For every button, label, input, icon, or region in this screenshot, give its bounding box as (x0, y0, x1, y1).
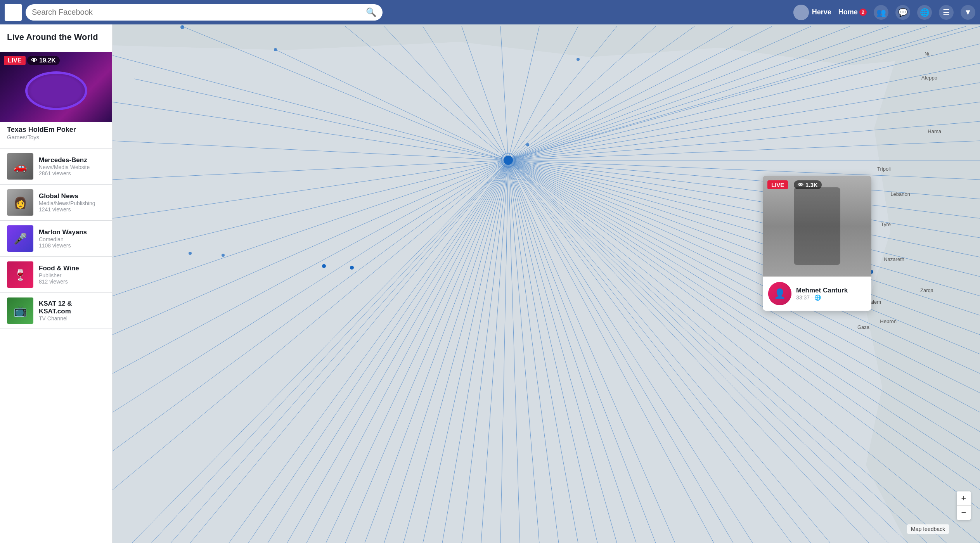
search-icon: 🔍 (366, 7, 376, 17)
home-label: Home (838, 8, 858, 16)
eye-icon: 👁 (31, 57, 37, 64)
dropdown-icon[interactable]: ▼ (961, 5, 975, 20)
popup-viewer-count: 👁 1.3K (794, 180, 822, 189)
list-item-viewers: 2861 viewers (39, 170, 105, 176)
facebook-logo (5, 4, 22, 21)
viewer-count-value: 19.2K (39, 57, 56, 64)
messages-icon[interactable]: 💬 (895, 5, 910, 20)
popup-video-bg (763, 176, 871, 277)
list-thumb: 👩 (7, 189, 33, 216)
featured-info: Texas HoldEm Poker Games/Toys (0, 122, 112, 144)
popup-username: Mehmet Canturk (796, 287, 866, 294)
popup-time-globe: 33:37 · 🌐 (796, 294, 866, 301)
avatar (793, 5, 809, 20)
zoom-in-button[interactable]: + (957, 491, 971, 505)
list-info: KSAT 12 & KSAT.com TV Channel (39, 300, 105, 322)
search-input[interactable] (32, 8, 363, 17)
list-item-viewers: 1108 viewers (39, 242, 105, 249)
sidebar-live-list: 🚗 Mercedes-Benz News/Media Website 2861 … (0, 149, 112, 329)
popup-viewer-value: 1.3K (805, 182, 818, 188)
list-item-name: Mercedes-Benz (39, 156, 105, 164)
zoom-controls: + − (957, 491, 971, 520)
featured-category: Games/Toys (7, 134, 105, 140)
viewer-count-badge: 👁 19.2K (27, 56, 60, 65)
popup-globe-icon: 🌐 (814, 294, 821, 301)
list-item[interactable]: 👩 Global News Media/News/Publishing 1241… (0, 185, 112, 221)
list-item[interactable]: 📺 KSAT 12 & KSAT.com TV Channel (0, 293, 112, 329)
popup-globe-sep: · (811, 294, 814, 301)
list-item-category: Media/News/Publishing (39, 200, 105, 206)
list-item-category: Comedian (39, 236, 105, 242)
list-thumb: 🚗 (7, 153, 33, 180)
popup-live-badge: LIVE (767, 180, 788, 189)
sidebar-title: Live Around the World (0, 24, 112, 48)
list-thumb: 🍷 (7, 261, 33, 288)
notifications-icon[interactable]: 🌐 (917, 5, 932, 20)
list-item[interactable]: 🚗 Mercedes-Benz News/Media Website 2861 … (0, 149, 112, 185)
search-bar[interactable]: 🔍 (26, 4, 383, 21)
top-navigation: 🔍 Herve Home 2 👥 💬 🌐 ☰ ▼ (0, 0, 980, 24)
featured-thumb[interactable]: LIVE 👁 19.2K (0, 52, 112, 122)
list-item-category: TV Channel (39, 315, 105, 322)
popup-avatar: 👤 (768, 282, 791, 305)
nav-right-section: Herve Home 2 👥 💬 🌐 ☰ ▼ (386, 5, 975, 20)
account-menu-icon[interactable]: ☰ (939, 5, 954, 20)
map-area: Ni... Afeppo Hama Tripoli Lebanon Tyre N… (113, 24, 980, 543)
list-item[interactable]: 🎤 Marlon Wayans Comedian 1108 viewers (0, 221, 112, 257)
list-item-category: News/Media Website (39, 164, 105, 170)
list-item[interactable]: 🍷 Food & Wine Publisher 812 viewers (0, 257, 112, 293)
eye-icon-popup: 👁 (798, 182, 803, 188)
list-item-viewers: 1241 viewers (39, 206, 105, 213)
map-dot-1 (322, 264, 326, 268)
user-profile-link[interactable]: Herve (793, 5, 831, 20)
sidebar: Live Around the World LIVE 👁 19.2K Texas… (0, 24, 113, 543)
list-item-category: Publisher (39, 272, 105, 278)
list-thumb: 🎤 (7, 225, 33, 252)
list-info: Mercedes-Benz News/Media Website 2861 vi… (39, 156, 105, 176)
main-content: Live Around the World LIVE 👁 19.2K Texas… (0, 0, 980, 543)
popup-user-info: Mehmet Canturk 33:37 · 🌐 (796, 287, 866, 301)
poker-table-visual (25, 71, 87, 110)
list-item-name: Global News (39, 192, 105, 200)
list-info: Global News Media/News/Publishing 1241 v… (39, 192, 105, 213)
map-feedback-link[interactable]: Map feedback (907, 524, 949, 534)
home-link[interactable]: Home 2 (838, 8, 867, 16)
featured-title: Texas HoldEm Poker (7, 126, 105, 134)
popup-video: LIVE 👁 1.3K (763, 176, 871, 277)
list-item-name: Food & Wine (39, 265, 105, 272)
map-dot-2 (350, 266, 354, 270)
list-thumb: 📺 (7, 297, 33, 324)
featured-live-card[interactable]: LIVE 👁 19.2K Texas HoldEm Poker Games/To… (0, 48, 112, 149)
list-item-name: Marlon Wayans (39, 228, 105, 236)
list-info: Marlon Wayans Comedian 1108 viewers (39, 228, 105, 249)
popup-info: 👤 Mehmet Canturk 33:37 · 🌐 (763, 277, 871, 311)
popup-time-value: 33:37 (796, 294, 810, 301)
map-live-popup[interactable]: LIVE 👁 1.3K 👤 Mehmet Canturk 33:37 · 🌐 (763, 176, 871, 311)
home-badge: 2 (859, 9, 867, 16)
user-name: Herve (812, 8, 831, 16)
friends-icon[interactable]: 👥 (874, 5, 888, 20)
list-item-name: KSAT 12 & KSAT.com (39, 300, 105, 315)
zoom-out-button[interactable]: − (957, 506, 971, 520)
list-info: Food & Wine Publisher 812 viewers (39, 265, 105, 285)
list-item-viewers: 812 viewers (39, 278, 105, 285)
live-badge: LIVE (4, 56, 26, 65)
